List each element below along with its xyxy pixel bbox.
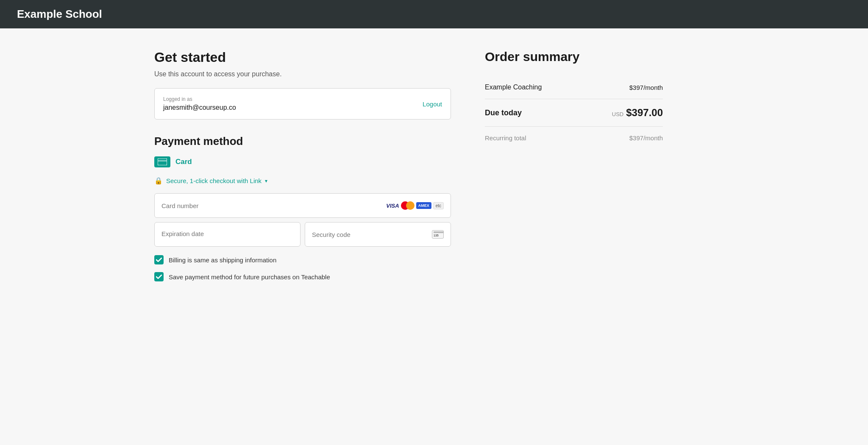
order-summary-title: Order summary (485, 50, 663, 64)
security-input[interactable] (312, 231, 432, 238)
billing-checkbox-label: Billing is same as shipping information (169, 256, 276, 264)
card-number-field[interactable]: VISA AMEX etc (154, 193, 451, 218)
card-row: 135 (154, 222, 451, 247)
logged-in-email: janesmith@courseup.co (163, 104, 236, 111)
recurring-total-row: Recurring total $397/month (485, 127, 663, 149)
header: Example School (0, 0, 868, 28)
recurring-label: Recurring total (485, 134, 526, 142)
logout-link[interactable]: Logout (423, 100, 442, 108)
order-item-price: $397/month (629, 84, 663, 91)
logged-in-box: Logged in as janesmith@courseup.co Logou… (154, 88, 451, 120)
due-today-amount: $397.00 (626, 107, 663, 119)
svg-rect-0 (158, 159, 167, 165)
save-payment-checkbox[interactable] (154, 272, 164, 281)
get-started-title: Get started (154, 50, 451, 65)
due-today-row: Due today USD $397.00 (485, 99, 663, 126)
recurring-price: $397/month (629, 134, 663, 142)
link-checkout[interactable]: 🔒 Secure, 1-click checkout with Link ▾ (154, 177, 451, 185)
due-today-label: Due today (485, 108, 522, 117)
card-brands: VISA AMEX etc (386, 201, 444, 210)
card-icon (154, 156, 170, 167)
visa-icon: VISA (386, 203, 399, 209)
expiry-input[interactable] (161, 230, 293, 237)
due-today-price: USD $397.00 (612, 107, 663, 119)
logged-in-label: Logged in as (163, 96, 236, 102)
save-payment-label: Save payment method for future purchases… (169, 273, 330, 281)
due-today-currency: USD (612, 111, 623, 117)
link-checkout-label: Secure, 1-click checkout with Link (166, 177, 262, 184)
check-icon-2 (156, 275, 162, 279)
save-payment-checkbox-row[interactable]: Save payment method for future purchases… (154, 272, 451, 281)
cvv-icon: 135 (432, 230, 444, 239)
amex-icon: AMEX (416, 202, 431, 209)
logged-in-info: Logged in as janesmith@courseup.co (163, 96, 236, 111)
billing-checkbox[interactable] (154, 255, 164, 264)
right-column: Order summary Example Coaching $397/mont… (485, 50, 663, 289)
chevron-down-icon: ▾ (265, 178, 267, 184)
school-name: Example School (17, 8, 851, 21)
lock-icon: 🔒 (154, 177, 163, 185)
order-item-name: Example Coaching (485, 83, 542, 91)
get-started-subtitle: Use this account to access your purchase… (154, 70, 451, 78)
mastercard-icon (401, 201, 415, 210)
card-tab-label: Card (175, 158, 192, 166)
credit-card-icon (158, 159, 167, 165)
etc-icon: etc (433, 202, 444, 209)
card-number-input[interactable] (161, 202, 386, 209)
svg-rect-1 (158, 160, 167, 161)
check-icon (156, 258, 162, 262)
card-tab[interactable]: Card (154, 156, 451, 167)
billing-checkbox-row[interactable]: Billing is same as shipping information (154, 255, 451, 264)
order-item-row: Example Coaching $397/month (485, 76, 663, 99)
main-container: Get started Use this account to access y… (137, 28, 731, 310)
payment-method-title: Payment method (154, 135, 451, 148)
left-column: Get started Use this account to access y… (154, 50, 451, 289)
security-field[interactable]: 135 (305, 222, 451, 247)
expiry-field[interactable] (154, 222, 300, 247)
